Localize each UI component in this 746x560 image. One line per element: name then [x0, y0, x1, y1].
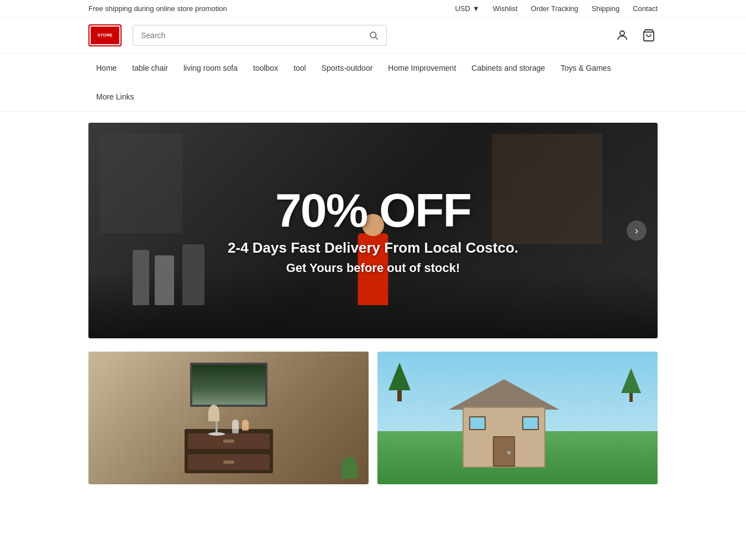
- currency-label: USD: [455, 4, 470, 13]
- header-icons: [613, 27, 658, 44]
- svg-point-2: [620, 31, 624, 35]
- search-icon: [369, 30, 379, 40]
- order-tracking-link[interactable]: Order Tracking: [531, 4, 579, 13]
- nav-item-table-chair[interactable]: table chair: [124, 54, 176, 82]
- logo-text: STORE: [97, 33, 112, 38]
- promo-text: Free shipping during online store promot…: [88, 4, 227, 13]
- logo[interactable]: STORE: [88, 24, 122, 46]
- shipping-link[interactable]: Shipping: [592, 4, 620, 13]
- nav-item-tool[interactable]: tool: [286, 54, 314, 82]
- main-nav: Home table chair living room sofa toolbo…: [0, 54, 746, 112]
- hero-delivery: 2-4 Days Fast Delivery From Local Costco…: [228, 239, 518, 257]
- nav-item-living-room-sofa[interactable]: living room sofa: [176, 54, 245, 82]
- top-bar-left: Free shipping during online store promot…: [88, 4, 227, 13]
- cart-button[interactable]: [640, 27, 658, 44]
- hero-next-arrow[interactable]: ›: [627, 221, 647, 240]
- top-bar-right: USD ▼ Wishlist Order Tracking Shipping C…: [455, 4, 658, 13]
- account-button[interactable]: [613, 27, 631, 44]
- search-button[interactable]: [361, 26, 386, 45]
- nav-item-home[interactable]: Home: [88, 54, 124, 82]
- nav-item-more-links[interactable]: More Links: [88, 82, 141, 111]
- chevron-down-icon: ▼: [472, 4, 480, 13]
- hero-content: 70% OFF 2-4 Days Fast Delivery From Loca…: [228, 186, 518, 275]
- nav-item-toys-games[interactable]: Toys & Games: [553, 54, 618, 82]
- hero-cta: Get Yours before out of stock!: [228, 261, 518, 275]
- nav-item-sports-outdoor[interactable]: Sports-outdoor: [314, 54, 381, 82]
- cart-icon: [642, 29, 655, 42]
- user-icon: [616, 29, 629, 42]
- product-card-dresser[interactable]: [88, 352, 369, 484]
- hero-discount: 70% OFF: [228, 186, 518, 234]
- svg-point-0: [370, 32, 376, 38]
- product-section: [88, 352, 658, 484]
- nav-item-home-improvement[interactable]: Home Improvement: [380, 54, 464, 82]
- wishlist-link[interactable]: Wishlist: [493, 4, 518, 13]
- contact-link[interactable]: Contact: [633, 4, 658, 13]
- svg-line-1: [376, 38, 378, 40]
- nav-item-toolbox[interactable]: toolbox: [245, 54, 286, 82]
- product-card-shed[interactable]: [377, 352, 658, 484]
- header: STORE: [0, 18, 746, 54]
- hero-banner: 70% OFF 2-4 Days Fast Delivery From Loca…: [88, 123, 658, 338]
- currency-selector[interactable]: USD ▼: [455, 4, 479, 13]
- top-bar: Free shipping during online store promot…: [0, 0, 746, 18]
- search-input[interactable]: [133, 25, 361, 45]
- nav-item-cabinets-storage[interactable]: Cabinets and storage: [464, 54, 553, 82]
- search-bar: [133, 25, 387, 46]
